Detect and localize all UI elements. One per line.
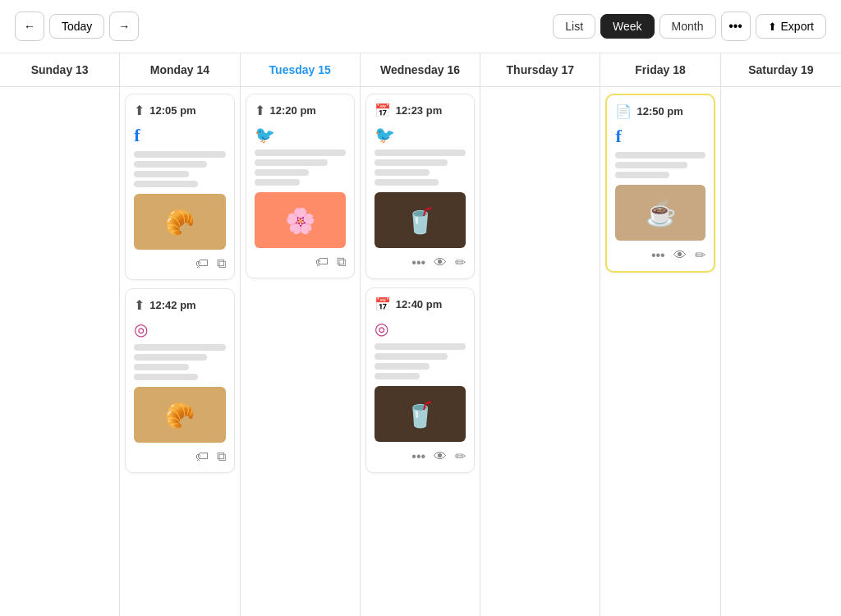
card-actions: ••• 👁 ✏ (375, 448, 466, 464)
skeleton-line (255, 179, 301, 186)
week-view-button[interactable]: Week (600, 14, 655, 39)
calendar: Sunday 13 Monday 14 Tuesday 15 Wednesday… (0, 53, 841, 616)
friday-post-1[interactable]: 📄 12:50 pm f ••• 👁 ✏ (605, 94, 715, 273)
list-view-button[interactable]: List (553, 14, 595, 39)
calendar-body: ⬆ 12:05 pm f 🏷 ⧉ (0, 87, 841, 616)
copy-icon[interactable]: ⧉ (217, 256, 226, 271)
tuesday-post-1[interactable]: ⬆ 12:20 pm 🐦 🏷 ⧉ (246, 94, 355, 278)
skeleton-line (375, 169, 430, 176)
edit-icon[interactable]: ✏ (455, 255, 466, 270)
more-icon[interactable]: ••• (411, 255, 425, 270)
card-actions: ••• 👁 ✏ (375, 255, 466, 270)
upload-icon: ⬆ (134, 297, 145, 313)
back-icon: ← (24, 20, 35, 33)
post-time: 12:23 pm (396, 104, 442, 117)
skeleton-line (134, 344, 225, 351)
forward-icon: → (118, 20, 130, 33)
wednesday-post-1[interactable]: 📅 12:23 pm 🐦 ••• 👁 ✏ (365, 94, 475, 279)
post-image-flowers (255, 192, 346, 248)
post-image-coffee (615, 185, 705, 241)
month-view-button[interactable]: Month (659, 14, 716, 39)
calendar-icon: 📅 (375, 103, 391, 118)
skeleton-line (134, 181, 198, 187)
header-thursday: Thursday 17 (480, 53, 600, 86)
post-header: 📄 12:50 pm (615, 103, 705, 119)
post-time: 12:50 pm (636, 105, 682, 117)
skeleton-line (375, 159, 448, 166)
skeleton-line (375, 363, 430, 370)
edit-icon[interactable]: ✏ (695, 247, 705, 263)
post-header: ⬆ 12:05 pm (134, 103, 225, 118)
file-icon: 📄 (615, 103, 632, 119)
post-header: ⬆ 12:20 pm (255, 103, 346, 118)
header-tuesday: Tuesday 15 (241, 53, 361, 86)
skeleton-line (134, 364, 189, 370)
card-actions: ••• 👁 ✏ (615, 247, 705, 263)
export-icon: ⬆ (768, 21, 777, 33)
copy-icon[interactable]: ⧉ (337, 255, 346, 269)
skeleton-line (375, 353, 448, 360)
card-actions: 🏷 ⧉ (255, 255, 346, 269)
calendar-header: Sunday 13 Monday 14 Tuesday 15 Wednesday… (0, 53, 841, 87)
calendar-icon: 📅 (375, 297, 391, 312)
upload-icon: ⬆ (134, 103, 145, 118)
skeleton-line (134, 354, 207, 361)
skeleton-line (255, 149, 346, 156)
skeleton-line (375, 373, 420, 379)
wednesday-post-2[interactable]: 📅 12:40 pm ◎ ••• 👁 ✏ (365, 287, 475, 473)
tag-icon[interactable]: 🏷 (195, 449, 209, 464)
more-dots-icon: ••• (728, 19, 742, 34)
saturday-column (721, 87, 841, 616)
export-button[interactable]: ⬆ Export (756, 14, 826, 39)
export-label: Export (781, 20, 814, 33)
today-button[interactable]: Today (49, 14, 104, 39)
eye-icon[interactable]: 👁 (434, 449, 447, 464)
skeleton-line (134, 161, 207, 168)
back-button[interactable]: ← (15, 11, 44, 41)
tag-icon[interactable]: 🏷 (315, 255, 329, 269)
monday-post-2[interactable]: ⬆ 12:42 pm ◎ 🏷 ⧉ (125, 288, 234, 473)
edit-icon[interactable]: ✏ (455, 448, 466, 464)
tag-icon[interactable]: 🏷 (195, 256, 209, 271)
post-image-bread (134, 387, 225, 443)
instagram-icon: ◎ (375, 319, 466, 338)
post-header: 📅 12:40 pm (375, 297, 466, 312)
more-options-button[interactable]: ••• (721, 11, 751, 41)
friday-column: 📄 12:50 pm f ••• 👁 ✏ (600, 87, 720, 616)
more-icon[interactable]: ••• (651, 248, 665, 263)
eye-icon[interactable]: 👁 (673, 248, 687, 263)
facebook-icon: f (615, 126, 705, 147)
skeleton-line (615, 162, 687, 168)
post-image-drink (375, 192, 466, 248)
sunday-column (0, 87, 120, 616)
header-saturday: Saturday 19 (721, 53, 841, 86)
card-actions: 🏷 ⧉ (134, 449, 225, 464)
skeleton-line (255, 159, 328, 166)
wednesday-column: 📅 12:23 pm 🐦 ••• 👁 ✏ (361, 87, 480, 616)
skeleton-line (134, 151, 225, 158)
forward-button[interactable]: → (109, 11, 139, 41)
post-time: 12:05 pm (149, 104, 195, 117)
monday-post-1[interactable]: ⬆ 12:05 pm f 🏷 ⧉ (125, 94, 234, 280)
instagram-icon: ◎ (134, 319, 225, 339)
post-header: 📅 12:23 pm (375, 103, 466, 118)
navigation-group: ← Today → (15, 11, 139, 41)
header-sunday: Sunday 13 (0, 53, 120, 86)
post-time: 12:40 pm (396, 298, 442, 310)
header-friday: Friday 18 (600, 53, 720, 86)
upload-icon: ⬆ (255, 103, 265, 118)
view-switcher: List Week Month ••• ⬆ Export (553, 11, 826, 41)
thursday-column (480, 87, 600, 616)
post-time: 12:42 pm (149, 299, 195, 311)
post-time: 12:20 pm (270, 104, 316, 117)
post-image-drink (375, 386, 466, 442)
skeleton-line (134, 374, 198, 380)
card-actions: 🏷 ⧉ (134, 256, 225, 271)
copy-icon[interactable]: ⧉ (217, 449, 226, 464)
facebook-icon: f (134, 125, 225, 146)
more-icon[interactable]: ••• (411, 449, 425, 464)
eye-icon[interactable]: 👁 (434, 255, 447, 270)
skeleton-line (134, 171, 189, 177)
skeleton-line (375, 179, 439, 186)
header-monday: Monday 14 (120, 53, 240, 86)
